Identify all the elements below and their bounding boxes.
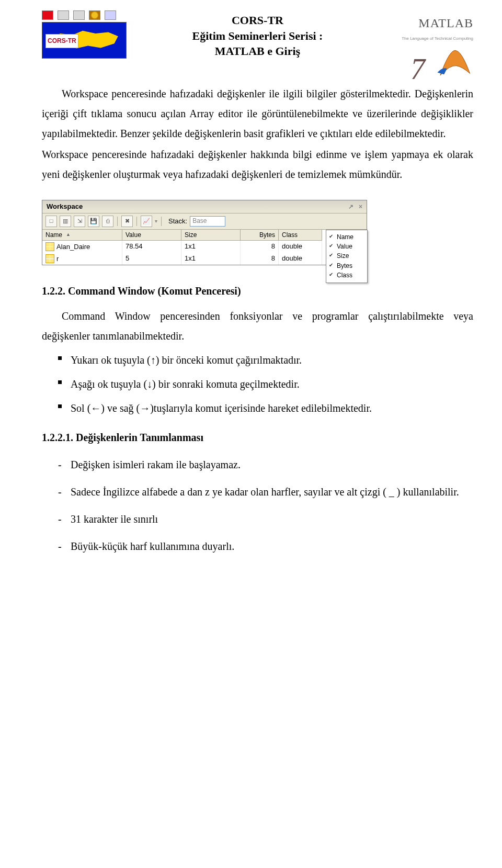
section-122-intro: Command Window penceresinden fonksiyonla… xyxy=(42,306,473,346)
paragraph-1: Workspace penceresinde hafızadaki değişk… xyxy=(42,84,473,143)
var-class: double xyxy=(279,241,322,253)
col-header-name[interactable]: Name▲ xyxy=(42,230,122,241)
save-icon[interactable]: 💾 xyxy=(88,216,99,227)
list-item: Sol (←) ve sağ (→)tuşlarıyla komut içeri… xyxy=(71,398,473,418)
ctx-item-name[interactable]: Name xyxy=(326,232,367,242)
workspace-window: Workspace ↗ × □ ▥ ⇲ 💾 ⎙ ✖ 📈 ▾ Stack: Bas… xyxy=(42,200,367,265)
variable-icon xyxy=(45,242,54,251)
list-item: Değişken isimleri rakam ile başlayamaz. xyxy=(71,455,473,475)
toolbar-separator xyxy=(161,217,162,226)
section-heading-1-2-2: 1.2.2. Command Window (Komut Penceresi) xyxy=(42,281,473,301)
variable-rules-list: Değişken isimleri rakam ile başlayamaz. … xyxy=(42,455,473,556)
title-line-3: MATLAB e Giriş xyxy=(136,43,379,59)
toolbar-separator xyxy=(117,217,118,226)
title-line-1: CORS-TR xyxy=(136,13,379,28)
body-text: Workspace penceresinde hafızadaki değişk… xyxy=(42,84,473,184)
var-bytes: 8 xyxy=(241,241,279,253)
org2-icon xyxy=(73,10,85,20)
badge-icon xyxy=(89,10,100,20)
page-header: CORS-TR CORS-TR Eğitim Seminerleri Seris… xyxy=(42,10,473,68)
delete-icon[interactable]: ✖ xyxy=(121,216,133,227)
var-name: r xyxy=(56,255,59,263)
workspace-title-text: Workspace xyxy=(47,202,83,211)
col-header-value[interactable]: Value xyxy=(122,230,181,241)
document-title: CORS-TR Eğitim Seminerleri Serisi : MATL… xyxy=(131,10,384,59)
var-size: 1x1 xyxy=(181,241,241,253)
cors-tr-label: CORS-TR xyxy=(45,34,78,48)
col-header-class[interactable]: Class xyxy=(279,230,322,241)
list-item: Sadece İngilizce alfabede a dan z ye kad… xyxy=(71,482,473,502)
print-icon[interactable]: ⎙ xyxy=(102,216,113,227)
compass-icon xyxy=(105,10,116,20)
new-var-icon[interactable]: □ xyxy=(45,216,57,227)
table-row[interactable]: Alan_Daire 78.54 1x1 8 double xyxy=(42,241,367,253)
matlab-wave-icon xyxy=(434,48,473,81)
section-heading-1-2-2-1: 1.2.2.1. Değişkenlerin Tanımlanması xyxy=(42,427,473,447)
close-icon[interactable]: × xyxy=(359,203,362,210)
undock-icon[interactable]: ↗ xyxy=(348,203,353,210)
list-item: 31 karakter ile sınırlı xyxy=(71,509,473,529)
toolbar-separator xyxy=(136,217,137,226)
table-header-row: Name▲ Value Size Bytes Class xyxy=(42,230,367,241)
ctx-item-bytes[interactable]: Bytes xyxy=(326,261,367,270)
org-icon xyxy=(58,10,69,20)
var-size: 1x1 xyxy=(181,253,241,265)
var-name: Alan_Daire xyxy=(56,243,90,251)
var-bytes: 8 xyxy=(241,253,279,265)
ctx-item-size[interactable]: Size xyxy=(326,251,367,261)
var-class: double xyxy=(279,253,322,265)
list-item: Yukarı ok tuşuyla (↑) bir önceki komut ç… xyxy=(71,350,473,370)
workspace-table: Name▲ Value Size Bytes Class Alan_Daire … xyxy=(42,230,367,265)
variable-icon xyxy=(45,254,54,263)
plot-icon[interactable]: 📈 xyxy=(141,216,152,227)
ctx-item-value[interactable]: Value xyxy=(326,242,367,251)
turkey-map-icon: CORS-TR xyxy=(42,22,127,59)
sort-asc-icon: ▲ xyxy=(66,232,71,238)
var-value: 78.54 xyxy=(122,241,181,253)
matlab-wordmark: MATLAB xyxy=(384,12,473,36)
matlab-logo: MATLAB The Language of Technical Computi… xyxy=(384,10,473,68)
dropdown-icon[interactable]: ▾ xyxy=(155,218,157,224)
table-row[interactable]: r 5 1x1 8 double xyxy=(42,253,367,265)
col-header-size[interactable]: Size xyxy=(181,230,241,241)
stack-label: Stack: xyxy=(168,217,187,226)
list-item: Aşağı ok tuşuyla (↓) bir sonraki komuta … xyxy=(71,374,473,394)
workspace-toolbar: □ ▥ ⇲ 💾 ⎙ ✖ 📈 ▾ Stack: Base xyxy=(42,213,367,230)
paragraph-2: Workspace penceresinde hafızadaki değişk… xyxy=(42,144,473,184)
open-var-icon[interactable]: ▥ xyxy=(60,216,71,227)
workspace-titlebar: Workspace ↗ × xyxy=(42,200,367,213)
matlab-tagline: The Language of Technical Computing xyxy=(384,35,473,42)
stack-select[interactable]: Base xyxy=(190,216,225,227)
flag-icon xyxy=(42,10,53,20)
import-icon[interactable]: ⇲ xyxy=(74,216,85,227)
cors-tr-logo: CORS-TR xyxy=(42,10,131,68)
arrow-key-list: Yukarı ok tuşuyla (↑) bir önceki komut ç… xyxy=(42,350,473,418)
col-header-bytes[interactable]: Bytes xyxy=(241,230,279,241)
matlab-version-number: 7 xyxy=(410,41,425,97)
list-item: Büyük-küçük harf kullanımına duyarlı. xyxy=(71,536,473,556)
title-line-2: Eğitim Seminerleri Serisi : xyxy=(136,28,379,44)
ctx-item-class[interactable]: Class xyxy=(326,270,367,280)
var-value: 5 xyxy=(122,253,181,265)
column-context-menu: Name Value Size Bytes Class xyxy=(326,230,368,283)
